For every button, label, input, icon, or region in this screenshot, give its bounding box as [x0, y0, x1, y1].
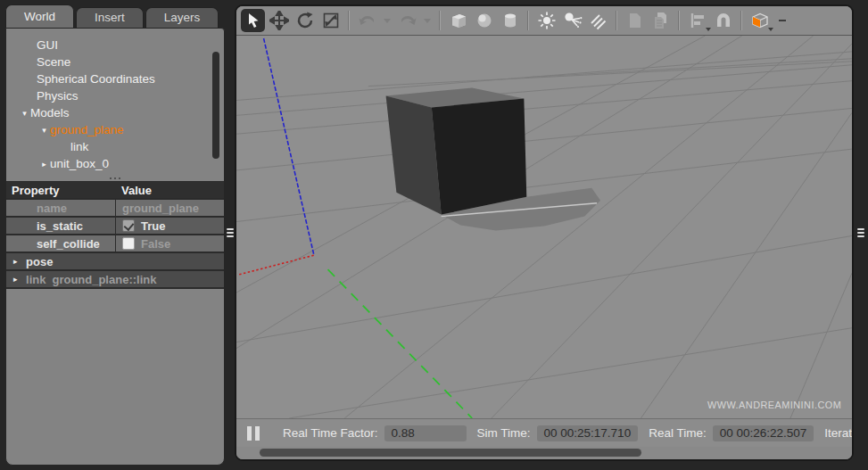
tree-item-models[interactable]: ▾ Models: [6, 104, 224, 121]
rotate-arrows-icon: [295, 11, 315, 30]
header-property: Property: [6, 184, 115, 197]
world-panel: GUI Scene Spherical Coordinates Physics …: [5, 28, 225, 466]
rotate-tool-button[interactable]: [293, 9, 317, 32]
align-icon: [688, 11, 707, 30]
collapsed-arrow-icon[interactable]: ▸: [13, 257, 20, 266]
property-row-pose[interactable]: ▸ pose: [6, 251, 224, 269]
property-table-header: Property Value: [6, 182, 224, 198]
render-window: WWW.ANDREAMININI.COM Real Time Factor: 0…: [235, 4, 854, 461]
status-bar: Real Time Factor: 0.88 Sim Time: 00 00:2…: [236, 418, 852, 447]
directional-light-button[interactable]: [586, 9, 610, 32]
checkbox-unchecked[interactable]: [122, 237, 135, 250]
tree-item-link[interactable]: link: [6, 138, 224, 155]
tree-item-gui[interactable]: GUI: [6, 37, 224, 54]
cylinder-icon: [500, 11, 520, 30]
real-time-factor-value: 0.88: [384, 425, 467, 441]
render-toolbar: [236, 6, 852, 36]
horizontal-scrollbar[interactable]: [236, 447, 852, 459]
paste-icon: [651, 11, 671, 30]
iterations-label: Iterations:: [824, 426, 852, 440]
watermark-text: WWW.ANDREAMININI.COM: [707, 400, 841, 410]
tree-item-spherical-coordinates[interactable]: Spherical Coordinates: [6, 70, 224, 87]
checkbox-checked[interactable]: [122, 219, 135, 232]
toolbar-separator: [527, 11, 529, 30]
directional-light-icon: [589, 11, 608, 30]
sphere-icon: [475, 11, 494, 30]
tree-item-ground-plane[interactable]: ▾ ground_plane: [6, 121, 224, 138]
paste-button[interactable]: [649, 9, 673, 32]
property-row-name[interactable]: name ground_plane: [6, 198, 224, 216]
undo-dropdown-icon[interactable]: [384, 19, 391, 23]
view-angle-button[interactable]: [748, 9, 772, 32]
property-row-self-collide[interactable]: self_collide False: [6, 234, 224, 251]
pause-button[interactable]: [247, 426, 260, 441]
real-time-value: 00 00:26:22.507: [713, 425, 814, 441]
spot-light-button[interactable]: [560, 9, 584, 32]
redo-button[interactable]: [395, 9, 419, 32]
tab-insert[interactable]: Insert: [76, 7, 144, 28]
undo-arrow-icon: [358, 11, 377, 30]
toolbar-separator: [740, 11, 742, 30]
header-value: Value: [115, 184, 224, 197]
expand-arrow-icon[interactable]: ▾: [38, 126, 50, 135]
insert-cylinder-button[interactable]: [498, 9, 522, 32]
toolbar-overflow-icon[interactable]: [779, 20, 786, 21]
property-table: Property Value name ground_plane is_stat…: [6, 181, 224, 289]
toolbar-separator: [348, 11, 350, 30]
tab-layers[interactable]: Layers: [145, 7, 219, 28]
tree-item-scene[interactable]: Scene: [6, 54, 224, 70]
redo-arrow-icon: [398, 11, 417, 30]
right-splitter-grip[interactable]: [857, 228, 864, 237]
copy-button[interactable]: [623, 9, 647, 32]
scene-3d-viewport[interactable]: WWW.ANDREAMININI.COM: [236, 36, 852, 418]
collapsed-arrow-icon[interactable]: ▸: [13, 275, 20, 284]
translate-tool-button[interactable]: [267, 9, 291, 32]
toolbar-separator: [678, 11, 680, 30]
horizontal-scrollbar-thumb[interactable]: [260, 449, 641, 457]
cursor-arrow-icon: [244, 12, 262, 29]
view-angle-dropdown-icon[interactable]: [768, 28, 773, 31]
sim-time-value: 00 00:25:17.710: [537, 425, 639, 441]
redo-dropdown-icon[interactable]: [424, 19, 431, 23]
tree-vertical-scrollbar[interactable]: [212, 52, 219, 159]
copy-icon: [625, 11, 645, 30]
left-splitter-grip[interactable]: [227, 228, 234, 237]
point-light-button[interactable]: [534, 9, 558, 32]
collapsed-arrow-icon[interactable]: ▸: [38, 160, 50, 169]
magnet-icon: [714, 11, 733, 30]
toolbar-separator: [439, 11, 441, 30]
tree-item-lights-clipped[interactable]: ▸ Lights: [6, 172, 224, 176]
tab-bar: World Insert Layers: [5, 4, 225, 28]
scale-tool-button[interactable]: [318, 9, 343, 32]
move-arrows-icon: [269, 11, 289, 30]
select-tool-button[interactable]: [241, 9, 265, 32]
property-row-is-static[interactable]: is_static True: [6, 216, 224, 234]
undo-button[interactable]: [355, 9, 379, 32]
tab-world[interactable]: World: [5, 4, 74, 28]
insert-box-button[interactable]: [446, 9, 470, 32]
real-time-label: Real Time:: [649, 426, 707, 440]
insert-sphere-button[interactable]: [472, 9, 496, 32]
spot-light-icon: [563, 11, 583, 30]
sim-time-label: Sim Time:: [477, 426, 531, 440]
box-icon: [449, 11, 468, 30]
tree-item-physics[interactable]: Physics: [6, 87, 224, 104]
toolbar-separator: [616, 11, 617, 30]
property-row-link[interactable]: ▸ link ground_plane::link: [6, 269, 224, 287]
unit-box[interactable]: [386, 88, 527, 215]
left-panel: World Insert Layers GUI Scene Spherical …: [5, 4, 225, 466]
align-button[interactable]: [685, 9, 709, 32]
real-time-factor-label: Real Time Factor:: [283, 426, 378, 440]
view-cube-icon: [749, 10, 771, 31]
snap-button[interactable]: [711, 9, 735, 32]
tree-item-unit-box-0[interactable]: ▸ unit_box_0: [6, 155, 224, 172]
expand-arrow-icon[interactable]: ▾: [19, 109, 30, 118]
scale-arrows-icon: [321, 11, 341, 30]
scene-tree: GUI Scene Spherical Coordinates Physics …: [6, 29, 224, 176]
point-light-icon: [537, 11, 557, 30]
